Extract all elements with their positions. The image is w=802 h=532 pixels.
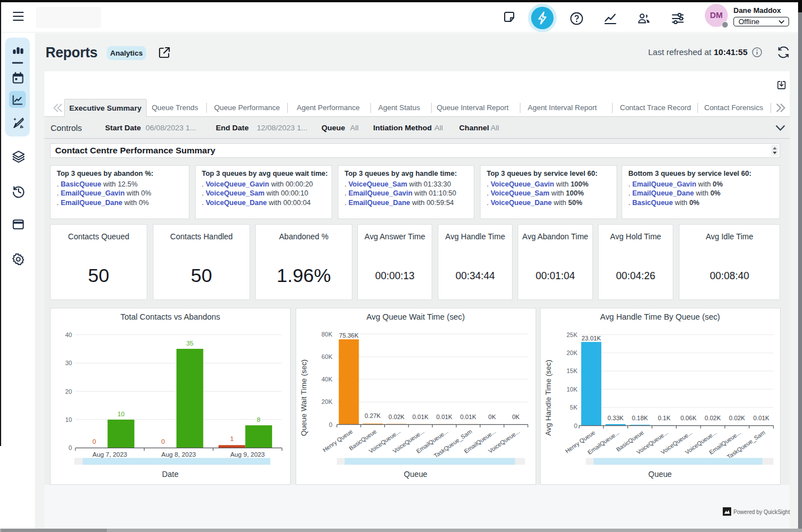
svg-text:Aug 7, 2023: Aug 7, 2023 [93,451,128,458]
svg-text:0.18K: 0.18K [632,415,648,421]
svg-text:Queue Wait Time (sec): Queue Wait Time (sec) [300,360,308,436]
svg-text:0: 0 [329,421,332,428]
svg-text:0K: 0K [512,413,520,420]
svg-text:75.36K: 75.36K [339,332,359,339]
svg-text:35: 35 [186,340,193,347]
svg-text:25K: 25K [567,331,578,338]
svg-text:10: 10 [65,416,72,423]
svg-text:0.01K: 0.01K [436,413,452,420]
svg-text:Aug 9, 2023: Aug 9, 2023 [230,451,265,458]
svg-text:0.06K: 0.06K [681,415,697,421]
svg-text:0.01K: 0.01K [753,415,769,421]
svg-text:0: 0 [574,422,577,429]
svg-text:0.01K: 0.01K [413,413,429,420]
svg-text:1: 1 [230,435,233,442]
svg-text:0.02K: 0.02K [388,413,405,420]
svg-text:30: 30 [65,360,72,366]
svg-text:80K: 80K [321,331,333,338]
svg-text:Queue: Queue [649,470,672,479]
svg-text:Aug 8, 2023: Aug 8, 2023 [161,451,196,458]
svg-text:Total Contacts vs Abandons: Total Contacts vs Abandons [120,312,220,321]
svg-text:0: 0 [92,438,96,445]
svg-text:0: 0 [161,438,165,445]
svg-text:40: 40 [65,331,72,338]
svg-text:10K: 10K [567,386,578,393]
svg-text:60K: 60K [321,353,333,360]
svg-text:0.33K: 0.33K [608,415,624,421]
svg-text:40K: 40K [321,376,333,383]
svg-text:23.01K: 23.01K [582,335,601,342]
svg-text:Queue: Queue [404,470,428,479]
svg-text:20: 20 [65,388,72,395]
svg-text:0: 0 [69,444,72,451]
svg-text:0.02K: 0.02K [729,415,745,421]
svg-text:10: 10 [117,411,125,417]
svg-text:Date: Date [162,470,179,479]
svg-text:20K: 20K [567,349,578,356]
svg-text:0.1K: 0.1K [658,415,670,421]
svg-text:Avg Handle Time By Queue (sec): Avg Handle Time By Queue (sec) [600,312,720,321]
svg-text:0K: 0K [488,413,496,420]
svg-text:0.27K: 0.27K [365,412,381,419]
svg-text:Henry Queue: Henry Queue [321,428,354,453]
svg-text:0.02K: 0.02K [705,415,721,421]
svg-text:0.01K: 0.01K [460,413,477,420]
svg-text:20K: 20K [321,398,333,405]
svg-text:Avg Queue Wait Time (sec): Avg Queue Wait Time (sec) [366,312,465,321]
svg-text:8: 8 [257,416,260,423]
svg-text:Avg Handle Time (sec): Avg Handle Time (sec) [544,360,552,435]
svg-text:15K: 15K [567,367,578,374]
svg-text:5K: 5K [570,404,578,411]
